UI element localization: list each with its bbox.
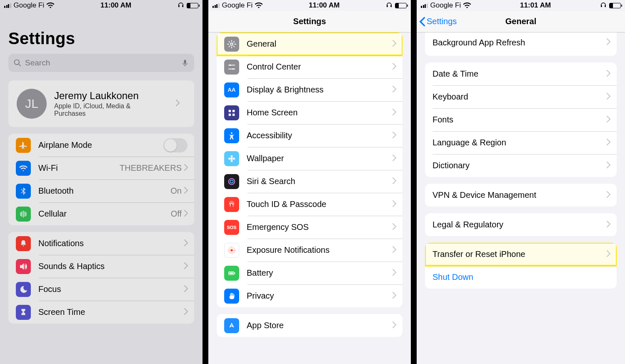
moon-icon (16, 282, 31, 297)
search-placeholder: Search (25, 58, 50, 67)
wifi-icon (255, 2, 262, 8)
chevron-icon (392, 292, 397, 300)
wallpaper-row[interactable]: Wallpaper (217, 147, 402, 170)
svg-point-13 (233, 157, 235, 160)
status-time: 11:00 AM (100, 1, 131, 10)
emergency-row[interactable]: SOS Emergency SOS (217, 216, 402, 239)
nav-title: General (505, 17, 536, 26)
chevron-icon (392, 200, 397, 209)
airplane-mode-row[interactable]: Airplane Mode (8, 134, 194, 157)
status-time: 11:01 AM (520, 1, 551, 10)
transfer-reset-row[interactable]: Transfer or Reset iPhone (425, 243, 617, 266)
fingerprint-icon (224, 197, 239, 212)
app-store-row[interactable]: App Store (217, 314, 402, 337)
language-row[interactable]: Language & Region (425, 131, 617, 154)
wifi-icon (463, 2, 471, 8)
accessibility-row[interactable]: Accessibility (217, 124, 402, 147)
svg-line-1 (19, 64, 21, 66)
wifi-icon (47, 2, 54, 8)
phone-1-settings-root: Google Fi 11:00 AM Settings Search JL Je… (0, 0, 208, 364)
battery-icon (609, 3, 621, 8)
headphone-icon (600, 2, 607, 9)
chevron-icon (607, 139, 611, 147)
privacy-row[interactable]: Privacy (217, 284, 402, 307)
svg-point-11 (230, 157, 233, 160)
search-input[interactable]: Search (8, 54, 194, 72)
grid-icon (224, 105, 239, 120)
bluetooth-row[interactable]: Bluetooth On (8, 180, 194, 202)
phone-3-general: Google Fi 11:01 AM Settings General Back… (417, 0, 625, 364)
screentime-row[interactable]: Screen Time (8, 301, 194, 324)
home-screen-row[interactable]: Home Screen (217, 101, 402, 124)
svg-rect-22 (234, 272, 235, 274)
chevron-icon (392, 269, 397, 277)
notifications-row[interactable]: Notifications (8, 232, 194, 255)
sos-icon: SOS (224, 220, 239, 235)
svg-point-16 (229, 178, 235, 184)
page-title: Settings (0, 11, 202, 51)
background-refresh-row[interactable]: Background App Refresh (425, 29, 617, 56)
svg-rect-6 (229, 110, 231, 112)
carrier-label: Google Fi (14, 1, 45, 10)
svg-point-17 (230, 180, 233, 183)
signal-icon (421, 3, 428, 8)
accessibility-icon (224, 128, 239, 143)
datetime-row[interactable]: Date & Time (425, 62, 617, 85)
back-button[interactable]: Settings (419, 17, 457, 26)
hourglass-icon (16, 305, 31, 320)
phone-2-settings-list: Google Fi 11:00 AM Settings General Cont… (208, 0, 417, 364)
exposure-row[interactable]: Exposure Notifications (217, 239, 402, 262)
avatar: JL (17, 89, 47, 119)
signal-icon (4, 3, 11, 8)
chevron-icon (607, 191, 611, 199)
chevron-icon (607, 93, 611, 101)
chevron-icon (392, 246, 397, 254)
sliders-icon (224, 60, 239, 75)
control-center-row[interactable]: Control Center (217, 55, 402, 78)
fonts-row[interactable]: Fonts (425, 108, 617, 131)
profile-name: Jeremy Laukkonen (54, 90, 162, 102)
svg-rect-2 (184, 60, 186, 64)
text-size-icon: AA (224, 82, 239, 97)
svg-rect-8 (229, 113, 231, 116)
focus-row[interactable]: Focus (8, 278, 194, 301)
chevron-icon (607, 221, 611, 229)
svg-point-10 (231, 132, 232, 134)
display-row[interactable]: AA Display & Brightness (217, 78, 402, 101)
battery-row[interactable]: Battery (217, 262, 402, 284)
status-bar: Google Fi 11:00 AM (208, 0, 411, 11)
legal-row[interactable]: Legal & Regulatory (425, 213, 617, 236)
chevron-icon (176, 100, 180, 108)
general-row[interactable]: General (217, 32, 402, 55)
chevron-icon (392, 322, 397, 330)
battery-icon (224, 266, 239, 281)
svg-point-3 (230, 43, 233, 45)
shutdown-row[interactable]: Shut Down (425, 266, 617, 289)
chevron-icon (392, 223, 397, 232)
chevron-icon (184, 239, 188, 248)
chevron-icon (184, 262, 188, 271)
mic-icon[interactable] (181, 59, 189, 67)
svg-point-14 (230, 160, 233, 162)
hand-icon (224, 289, 239, 304)
svg-point-15 (228, 157, 231, 160)
dictionary-row[interactable]: Dictionary (425, 154, 617, 177)
search-icon (13, 59, 22, 67)
exposure-icon (224, 243, 239, 258)
airplane-icon (16, 138, 31, 153)
cellular-row[interactable]: Cellular Off (8, 202, 194, 225)
touchid-row[interactable]: Touch ID & Passcode (217, 193, 402, 216)
vpn-row[interactable]: VPN & Device Management (425, 184, 617, 207)
chevron-icon (607, 116, 611, 124)
bluetooth-icon (16, 184, 31, 199)
siri-row[interactable]: Siri & Search (217, 170, 402, 193)
nav-header: Settings (208, 11, 411, 32)
sounds-row[interactable]: Sounds & Haptics (8, 255, 194, 278)
wifi-row[interactable]: Wi-Fi THEBREAKERS (8, 157, 194, 180)
airplane-toggle[interactable] (163, 138, 188, 152)
keyboard-row[interactable]: Keyboard (425, 85, 617, 108)
battery-icon (395, 3, 407, 8)
apple-id-row[interactable]: JL Jeremy Laukkonen Apple ID, iCloud, Me… (8, 80, 194, 127)
battery-icon (187, 3, 198, 8)
siri-icon (224, 174, 239, 189)
